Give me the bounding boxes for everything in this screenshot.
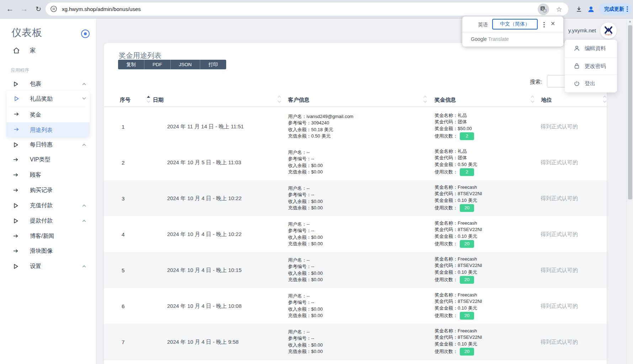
- uses-line: 使用次数：20: [435, 275, 534, 284]
- uses-label: 使用次数：: [435, 275, 458, 284]
- translate-tab-chinese[interactable]: 中文（简体）: [492, 19, 538, 30]
- translate-options-icon[interactable]: [543, 21, 545, 28]
- uses-line: 使用次数：20: [435, 204, 534, 212]
- sidebar-item-10[interactable]: 设置: [0, 259, 96, 274]
- bonus-line: 奖金金额：0.10 美元: [435, 269, 534, 276]
- bonus-line: 奖金代码：8TSEV22NI: [435, 298, 534, 305]
- customer-line: 充值余额：0.50 美元: [288, 133, 395, 140]
- row-date: 2024 年 10 月 4 日 - 晚上 10:15: [167, 267, 241, 273]
- svg-text:G: G: [544, 9, 546, 12]
- sidebar-item-5[interactable]: 购买记录: [0, 183, 96, 198]
- sidebar-item-uses-list[interactable]: 用途列表: [6, 122, 90, 137]
- bonus-line: 奖金代码：团体: [435, 155, 534, 161]
- customer-line: 充值余额：$0.00: [288, 241, 395, 247]
- sidebar-toggle-icon[interactable]: [81, 30, 90, 38]
- menu-item-logout[interactable]: 登出: [565, 75, 617, 92]
- play-icon: [13, 142, 19, 148]
- sidebar-item-8[interactable]: 博客/新闻: [0, 229, 96, 243]
- translate-icon[interactable]: 文G: [538, 4, 549, 15]
- customer-info: 用户名：ivansd249@gmail.com参考编号：3094240收入余额：…: [288, 113, 395, 140]
- address-bar[interactable]: xg.hwym.shop/admin/bonus/uses 文G ☆: [46, 2, 568, 16]
- chrome-menu-icon[interactable]: [627, 5, 628, 13]
- arrow-right-icon: [14, 127, 19, 132]
- forward-icon[interactable]: →: [19, 4, 29, 14]
- customer-line: 收入余额：$0.00: [288, 342, 395, 349]
- table-row: 22024 年 10 月 5 日 - 晚上 11:03用户名：--参考编号：--…: [104, 144, 607, 181]
- sidebar-item-6[interactable]: 充值付款: [0, 198, 96, 213]
- chrome-update-label: 完成更新: [604, 6, 624, 12]
- row-serial: 2: [122, 159, 124, 165]
- sidebar-item-bonus[interactable]: 奖金: [6, 107, 90, 123]
- play-icon: [13, 203, 19, 209]
- customer-line: 收入余额：$0.00: [288, 234, 395, 241]
- bonus-line: 奖金代码：8TSEV22NI: [435, 226, 534, 233]
- bonus-line: 奖金名称：礼品: [435, 112, 534, 119]
- sidebar-title: 仪表板: [11, 26, 42, 39]
- sidebar-item-2[interactable]: 每日特惠: [0, 137, 96, 152]
- bonus-info: 奖金名称：Freecash奖金代码：8TSEV22NI奖金金额：0.10 美元使…: [435, 328, 534, 356]
- uses-label: 使用次数：: [435, 347, 458, 356]
- site-logo-avatar[interactable]: 优先源码库: [600, 22, 617, 39]
- menu-item-change-password[interactable]: 更改密码: [565, 58, 617, 75]
- bookmark-star-icon[interactable]: ☆: [553, 4, 565, 15]
- bonus-line: 奖金金额：0.10 美元: [435, 305, 534, 312]
- translate-tab-english[interactable]: 英语: [478, 22, 488, 28]
- chrome-update-button[interactable]: 完成更新: [599, 3, 632, 15]
- bonus-info: 奖金名称：Freecash奖金代码：8TSEV22NI奖金金额：0.10 美元使…: [435, 292, 534, 320]
- uses-label: 使用次数：: [435, 311, 458, 320]
- sidebar-item-9[interactable]: 滑块图像: [0, 243, 96, 258]
- play-icon: [14, 96, 20, 102]
- table-row: 32024 年 10 月 4 日 - 晚上 10:22用户名：--参考编号：--…: [104, 180, 607, 216]
- uses-badge: 20: [460, 240, 474, 248]
- scrollbar-up-icon[interactable]: ▲: [628, 20, 632, 23]
- lock-icon: [573, 63, 580, 70]
- site-settings-icon[interactable]: [50, 5, 58, 13]
- profile-icon[interactable]: [585, 4, 597, 15]
- row-date: 2024 年 10 月 5 日 - 晚上 11:03: [167, 159, 241, 166]
- chevron-up-icon: [82, 204, 86, 207]
- status-text: 得到正式认可的: [541, 159, 578, 166]
- back-icon[interactable]: ←: [5, 4, 15, 14]
- sidebar-item-3[interactable]: VIP类型: [0, 152, 96, 167]
- customer-line: 用户名：--: [288, 257, 395, 264]
- row-serial: 1: [122, 123, 124, 129]
- arrow-right-icon: [13, 248, 18, 253]
- sidebar-item-packages[interactable]: 包裹: [0, 76, 96, 91]
- bonus-line: 奖金金额：0.50 美元: [435, 161, 534, 168]
- sidebar-item-4[interactable]: 顾客: [0, 167, 96, 182]
- bonus-line: 奖金名称：Freecash: [435, 220, 534, 227]
- bonus-info: 奖金名称：Freecash奖金代码：8TSEV22NI奖金金额：0.10 美元使…: [435, 184, 534, 213]
- scrollbar-thumb[interactable]: [628, 25, 632, 199]
- table-row: 42024 年 10 月 4 日 - 晚上 10:22用户名：--参考编号：--…: [104, 216, 607, 252]
- customer-line: 充值余额：$0.00: [288, 277, 395, 283]
- row-date: 2024 年 10 月 4 日 - 晚上 10:08: [167, 303, 241, 309]
- menu-item-edit-profile[interactable]: 编輯資料: [565, 40, 617, 57]
- sidebar-item-7[interactable]: 提款付款: [0, 213, 96, 228]
- play-icon: [13, 218, 19, 224]
- page-scrollbar[interactable]: ▲: [627, 18, 633, 364]
- bonus-line: 奖金名称：Freecash: [435, 328, 534, 334]
- customer-line: 收入余额：$0.00: [288, 198, 395, 205]
- bonus-info: 奖金名称：Freecash奖金代码：8TSEV22NI奖金金额：0.10 美元使…: [435, 256, 534, 284]
- translate-close-icon[interactable]: ✕: [550, 20, 555, 27]
- reload-icon[interactable]: ↻: [33, 4, 43, 14]
- customer-line: 收入余额：$0.00: [288, 306, 395, 313]
- sidebar-item-home[interactable]: 家: [0, 43, 96, 58]
- bonus-line: 奖金名称：Freecash: [435, 292, 534, 299]
- uses-label: 使用次数：: [435, 240, 458, 248]
- customer-line: 用户名：--: [288, 221, 395, 228]
- bonus-line: 奖金名称：礼品: [435, 148, 534, 155]
- row-serial: 3: [122, 195, 124, 201]
- bonus-line: 奖金代码：团体: [435, 119, 534, 125]
- sidebar: 仪表板 家 应用程序 包裹 礼品奖励: [0, 18, 96, 364]
- customer-line: 参考编号：--: [288, 263, 395, 270]
- customer-line: 用户名：--: [288, 293, 395, 300]
- customer-line: 充值余额：$0.00: [288, 348, 395, 355]
- download-icon[interactable]: [573, 4, 585, 15]
- table-row: 52024 年 10 月 4 日 - 晚上 10:15用户名：--参考编号：--…: [104, 252, 607, 288]
- customer-info: 用户名：--参考编号：--收入余额：$0.00充值余额：$0.00: [288, 293, 395, 319]
- row-date: 2024 年 11 月 14 日 - 晚上 11:51: [167, 123, 244, 130]
- sidebar-item-gift-reward[interactable]: 礼品奖励: [6, 91, 90, 107]
- status-text: 得到正式认可的: [541, 267, 578, 273]
- row-serial: 6: [122, 303, 124, 309]
